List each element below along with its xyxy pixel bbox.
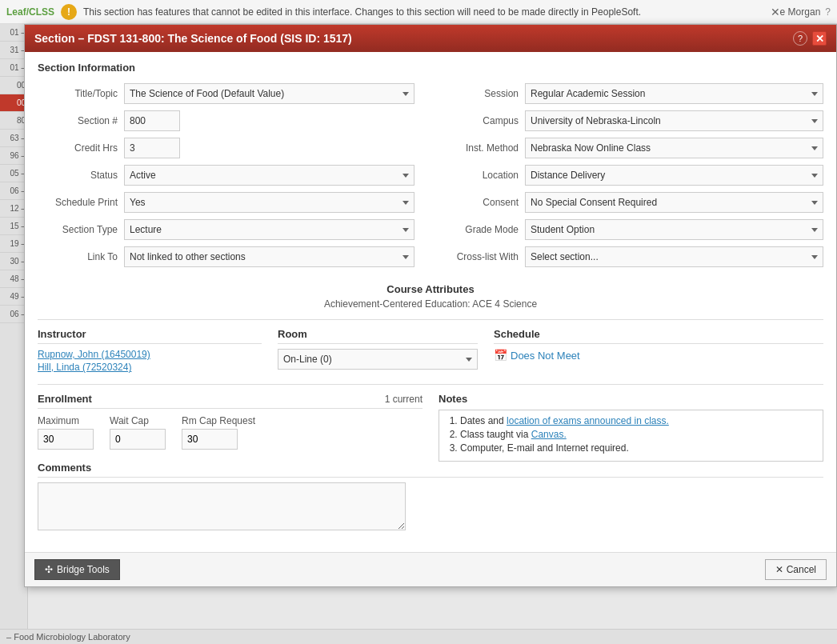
status-select[interactable]: Active [124, 165, 414, 186]
session-select[interactable]: Regular Academic Session [525, 83, 823, 104]
course-attributes-value: Achievement-Centered Education: ACE 4 Sc… [38, 298, 823, 310]
wait-cap-input[interactable] [110, 429, 166, 450]
section-type-row: Section Type Lecture [38, 219, 414, 240]
schedule-print-row: Schedule Print Yes [38, 192, 414, 213]
room-title: Room [278, 328, 478, 344]
right-column: Session Regular Academic Session Campus … [447, 83, 823, 274]
bottom-bar: – Food Microbiology Laboratory [0, 629, 837, 644]
left-column: Title/Topic The Science of Food (Default… [38, 83, 414, 274]
instructor-link-2[interactable]: Hill, Linda (72520324) [38, 362, 262, 373]
enrollment-notes-grid: Enrollment 1 current Maximum Wait Cap [38, 393, 823, 462]
schedule-value: Does Not Meet [511, 350, 580, 362]
note-item-2: Class taught via Canvas. [460, 429, 816, 440]
sidebar-item: 48 – [0, 270, 27, 288]
sidebar-item-active: 00 [0, 94, 27, 112]
inst-method-label: Inst. Method [447, 142, 519, 154]
alert-icon: ! [61, 4, 77, 20]
schedule-print-label: Schedule Print [38, 197, 118, 208]
campus-row: Campus University of Nebraska-Lincoln [447, 110, 823, 131]
course-attributes-section: Course Attributes Achievement-Centered E… [38, 283, 823, 310]
schedule-print-select[interactable]: Yes [124, 192, 414, 213]
modal-footer: ✣ Bridge Tools ✕ Cancel [25, 552, 836, 586]
section-num-label: Section # [38, 115, 118, 126]
max-input[interactable] [38, 429, 94, 450]
cancel-icon: ✕ [775, 564, 783, 575]
schedule-link[interactable]: 📅 Does Not Meet [494, 349, 823, 362]
rm-cap-input[interactable] [182, 429, 238, 450]
cancel-button[interactable]: ✕ Cancel [765, 559, 827, 580]
sidebar-item: 63 – [0, 130, 27, 147]
bottom-bar-text: – Food Microbiology Laboratory [6, 632, 130, 642]
sidebar-item: 96 – [0, 147, 27, 165]
enrollment-current: 1 current [385, 394, 423, 405]
rm-cap-field: Rm Cap Request [182, 415, 255, 450]
credit-hrs-input[interactable] [124, 138, 180, 158]
section-num-row: Section # [38, 110, 414, 131]
close-alert-button[interactable]: ✕ [771, 6, 780, 18]
notification-bar: Leaf/CLSS ! This section has features th… [0, 0, 837, 24]
link-to-select[interactable]: Not linked to other sections [124, 246, 414, 267]
title-topic-select[interactable]: The Science of Food (Default Value) [124, 83, 414, 104]
section-num-input[interactable] [124, 110, 180, 131]
grade-mode-select[interactable]: Student Option [525, 219, 823, 240]
session-row: Session Regular Academic Session [447, 83, 823, 104]
consent-row: Consent No Special Consent Required [447, 192, 823, 213]
note-item-1: Dates and location of exams announced in… [460, 415, 816, 426]
alert-message: This section has features that cannot be… [83, 6, 764, 18]
status-label: Status [38, 170, 118, 181]
inst-method-select[interactable]: Nebraska Now Online Class [525, 138, 823, 158]
form-grid: Title/Topic The Science of Food (Default… [38, 83, 823, 274]
sidebar-item: 01 – [0, 59, 27, 77]
enrollment-section: Enrollment 1 current Maximum Wait Cap [38, 393, 423, 452]
modal-close-button[interactable]: ✕ [812, 31, 827, 46]
note-link-2: Canvas. [531, 429, 567, 440]
calendar-icon: 📅 [494, 349, 507, 362]
header-icons: ? ✕ [793, 31, 827, 46]
campus-select[interactable]: University of Nebraska-Lincoln [525, 110, 823, 131]
comments-textarea[interactable] [38, 482, 406, 530]
notes-title: Notes [439, 393, 823, 405]
room-section: Room On-Line (0) [278, 328, 478, 374]
session-label: Session [447, 88, 519, 99]
max-label: Maximum [38, 415, 94, 426]
cross-list-select[interactable]: Select section... [525, 246, 823, 267]
app-logo: Leaf/CLSS [6, 6, 54, 18]
section-info-title: Section Information [38, 62, 823, 74]
sidebar-item: 49 – [0, 288, 27, 306]
status-row: Status Active [38, 165, 414, 186]
help-button[interactable]: ? [793, 31, 807, 46]
section-type-select[interactable]: Lecture [124, 219, 414, 240]
note-link-1: location of exams announced in class. [507, 415, 669, 426]
help-icon[interactable]: ? [825, 6, 831, 18]
comments-title: Comments [38, 462, 823, 478]
note-item-3: Computer, E-mail and Internet required. [460, 442, 816, 454]
location-select[interactable]: Distance Delivery [525, 165, 823, 186]
sidebar-item: 01 – [0, 24, 27, 42]
schedule-section: Schedule 📅 Does Not Meet [494, 328, 823, 374]
link-to-label: Link To [38, 251, 118, 262]
schedule-title: Schedule [494, 328, 823, 344]
wrench-icon: ✣ [45, 564, 53, 575]
max-field: Maximum [38, 415, 94, 450]
location-row: Location Distance Delivery [447, 165, 823, 186]
room-select[interactable]: On-Line (0) [278, 349, 478, 370]
notes-section: Notes Dates and location of exams announ… [439, 393, 823, 462]
sidebar-item: 19 – [0, 235, 27, 253]
sidebar-item: 15 – [0, 218, 27, 235]
sidebar-item: 05 – [0, 165, 27, 182]
lower-grid: Instructor Rupnow, John (16450019) Hill,… [38, 328, 823, 374]
sidebar-item: 80 [0, 112, 27, 130]
bridge-tools-button[interactable]: ✣ Bridge Tools [34, 559, 120, 580]
instructor-title: Instructor [38, 328, 262, 344]
consent-select[interactable]: No Special Consent Required [525, 192, 823, 213]
section-type-label: Section Type [38, 224, 118, 235]
divider-2 [38, 384, 823, 385]
instructor-link-1[interactable]: Rupnow, John (16450019) [38, 349, 262, 360]
note-text-3: Computer, E-mail and Internet required. [460, 442, 629, 454]
modal-wrapper: 01 – 31 – 01 – 00 00 80 63 – 96 – 05 – 0… [0, 24, 837, 644]
enrollment-header: Enrollment 1 current [38, 393, 423, 409]
modal-header: Section – FDST 131-800: The Science of F… [25, 25, 836, 52]
sidebar-item: 06 – [0, 182, 27, 200]
consent-label: Consent [447, 197, 519, 208]
cancel-label: Cancel [787, 564, 816, 575]
